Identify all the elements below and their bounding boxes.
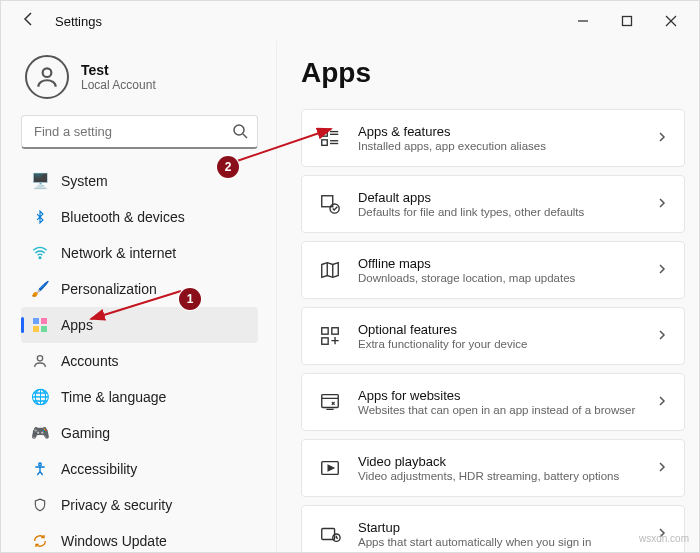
svg-point-13 [39, 463, 42, 466]
svg-rect-24 [322, 338, 328, 344]
apps-features-icon [318, 126, 342, 150]
card-apps-for-websites[interactable]: Apps for websitesWebsites that can open … [301, 373, 685, 431]
card-apps-features[interactable]: Apps & featuresInstalled apps, app execu… [301, 109, 685, 167]
wifi-icon [31, 244, 49, 262]
sidebar-item-label: Gaming [61, 425, 110, 441]
windows-update-icon [31, 532, 49, 550]
sidebar-item-time-language[interactable]: 🌐 Time & language [21, 379, 258, 415]
gaming-icon: 🎮 [31, 424, 49, 442]
maximize-button[interactable] [605, 5, 649, 37]
sidebar-item-network[interactable]: Network & internet [21, 235, 258, 271]
search-box[interactable] [21, 115, 258, 149]
card-subtitle: Defaults for file and link types, other … [358, 206, 656, 218]
svg-rect-10 [33, 326, 39, 332]
card-subtitle: Apps that start automatically when you s… [358, 536, 656, 548]
profile-type: Local Account [81, 78, 156, 92]
search-input[interactable] [21, 115, 258, 149]
svg-rect-11 [41, 326, 47, 332]
sidebar-item-label: Apps [61, 317, 93, 333]
card-title: Startup [358, 520, 656, 535]
svg-point-7 [39, 257, 41, 259]
svg-point-4 [43, 68, 52, 77]
sidebar-item-label: Personalization [61, 281, 157, 297]
annotation-badge-1: 1 [179, 288, 201, 310]
privacy-icon [31, 496, 49, 514]
back-icon[interactable] [21, 11, 37, 31]
profile-block[interactable]: Test Local Account [25, 55, 268, 99]
card-offline-maps[interactable]: Offline mapsDownloads, storage location,… [301, 241, 685, 299]
card-video-playback[interactable]: Video playbackVideo adjustments, HDR str… [301, 439, 685, 497]
sidebar-item-accounts[interactable]: Accounts [21, 343, 258, 379]
card-subtitle: Installed apps, app execution aliases [358, 140, 656, 152]
card-default-apps[interactable]: Default appsDefaults for file and link t… [301, 175, 685, 233]
content-area: Test Local Account 🖥️ System Bluetooth &… [1, 41, 699, 552]
sidebar-item-privacy[interactable]: Privacy & security [21, 487, 258, 523]
svg-point-12 [37, 356, 42, 361]
time-language-icon: 🌐 [31, 388, 49, 406]
titlebar: Settings [1, 1, 699, 41]
apps-icon [31, 316, 49, 334]
page-title: Apps [301, 57, 693, 89]
optional-features-icon [318, 324, 342, 348]
card-title: Offline maps [358, 256, 656, 271]
card-title: Apps & features [358, 124, 656, 139]
video-playback-icon [318, 456, 342, 480]
minimize-button[interactable] [561, 5, 605, 37]
sidebar-item-label: System [61, 173, 108, 189]
card-optional-features[interactable]: Optional featuresExtra functionality for… [301, 307, 685, 365]
close-button[interactable] [649, 5, 693, 37]
sidebar-item-gaming[interactable]: 🎮 Gaming [21, 415, 258, 451]
svg-rect-1 [623, 17, 632, 26]
card-title: Video playback [358, 454, 656, 469]
profile-name: Test [81, 62, 156, 78]
svg-rect-22 [322, 328, 328, 334]
apps-for-websites-icon [318, 390, 342, 414]
card-title: Optional features [358, 322, 656, 337]
card-subtitle: Extra functionality for your device [358, 338, 656, 350]
window-controls [561, 5, 693, 37]
sidebar: Test Local Account 🖥️ System Bluetooth &… [1, 41, 276, 552]
offline-maps-icon [318, 258, 342, 282]
sidebar-item-label: Bluetooth & devices [61, 209, 185, 225]
chevron-right-icon [656, 261, 668, 279]
main-panel: Apps Apps & featuresInstalled apps, app … [276, 41, 699, 552]
settings-window: Settings Test Local Account [0, 0, 700, 553]
chevron-right-icon [656, 129, 668, 147]
watermark: wsxdn.com [639, 533, 689, 544]
sidebar-item-label: Privacy & security [61, 497, 172, 513]
svg-rect-17 [322, 140, 328, 146]
card-subtitle: Websites that can open in an app instead… [358, 404, 656, 416]
default-apps-icon [318, 192, 342, 216]
svg-rect-23 [332, 328, 338, 334]
accessibility-icon [31, 460, 49, 478]
sidebar-item-label: Accounts [61, 353, 119, 369]
bluetooth-icon [31, 208, 49, 226]
svg-rect-9 [41, 318, 47, 324]
sidebar-item-personalization[interactable]: 🖌️ Personalization [21, 271, 258, 307]
avatar-icon [25, 55, 69, 99]
svg-rect-8 [33, 318, 39, 324]
sidebar-item-label: Time & language [61, 389, 166, 405]
card-title: Apps for websites [358, 388, 656, 403]
card-startup[interactable]: StartupApps that start automatically whe… [301, 505, 685, 552]
card-subtitle: Downloads, storage location, map updates [358, 272, 656, 284]
chevron-right-icon [656, 195, 668, 213]
personalization-icon: 🖌️ [31, 280, 49, 298]
sidebar-item-bluetooth[interactable]: Bluetooth & devices [21, 199, 258, 235]
accounts-icon [31, 352, 49, 370]
annotation-badge-2: 2 [217, 156, 239, 178]
sidebar-item-label: Windows Update [61, 533, 167, 549]
sidebar-item-windows-update[interactable]: Windows Update [21, 523, 258, 552]
card-subtitle: Video adjustments, HDR streaming, batter… [358, 470, 656, 482]
sidebar-item-accessibility[interactable]: Accessibility [21, 451, 258, 487]
startup-icon [318, 522, 342, 546]
svg-rect-14 [322, 131, 328, 137]
system-icon: 🖥️ [31, 172, 49, 190]
app-title: Settings [55, 14, 102, 29]
sidebar-item-label: Accessibility [61, 461, 137, 477]
svg-line-6 [243, 134, 247, 138]
chevron-right-icon [656, 393, 668, 411]
sidebar-item-apps[interactable]: Apps [21, 307, 258, 343]
chevron-right-icon [656, 459, 668, 477]
search-icon [232, 123, 248, 139]
